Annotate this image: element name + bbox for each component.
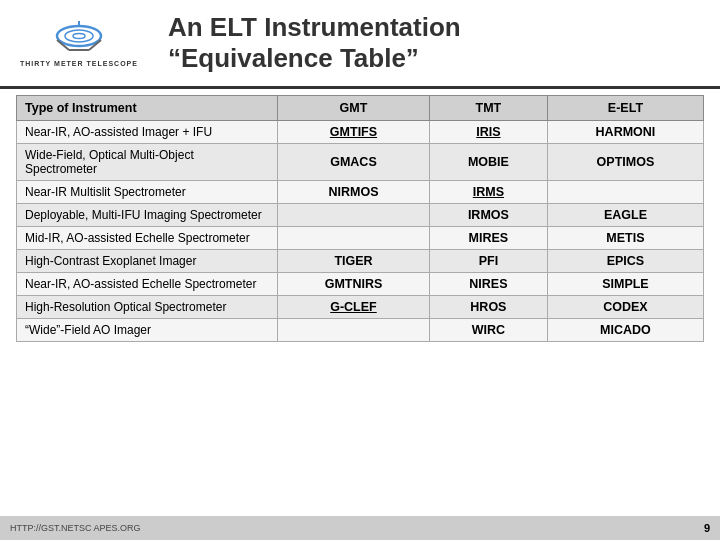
cell-tmt: IRMOS (429, 204, 547, 227)
cell-eelt: CODEX (547, 296, 703, 319)
cell-tmt: HROS (429, 296, 547, 319)
cell-tmt: MOBIE (429, 144, 547, 181)
cell-eelt: METIS (547, 227, 703, 250)
cell-tmt: IRIS (429, 121, 547, 144)
cell-eelt: EAGLE (547, 204, 703, 227)
cell-gmt: NIRMOS (278, 181, 430, 204)
cell-tmt: IRMS (429, 181, 547, 204)
logo-area: THIRTY METER TELESCOPE (20, 20, 138, 67)
cell-instrument: Mid-IR, AO-assisted Echelle Spectrometer (17, 227, 278, 250)
cell-instrument: Wide-Field, Optical Multi-Object Spectro… (17, 144, 278, 181)
cell-gmt (278, 204, 430, 227)
table-row: High-Resolution Optical SpectrometerG-CL… (17, 296, 704, 319)
svg-point-1 (65, 30, 93, 42)
table-row: Near-IR Multislit SpectrometerNIRMOSIRMS (17, 181, 704, 204)
cell-gmt: GMACS (278, 144, 430, 181)
table-row: Mid-IR, AO-assisted Echelle Spectrometer… (17, 227, 704, 250)
col-header-instrument: Type of Instrument (17, 96, 278, 121)
col-header-gmt: GMT (278, 96, 430, 121)
tmt-logo-icon (53, 20, 105, 58)
cell-instrument: High-Resolution Optical Spectrometer (17, 296, 278, 319)
cell-tmt: PFI (429, 250, 547, 273)
footer-url: HTTP://GST.NETSC APES.ORG (10, 523, 141, 533)
cell-eelt: MICADO (547, 319, 703, 342)
cell-gmt (278, 319, 430, 342)
svg-point-0 (57, 26, 101, 46)
table-row: Deployable, Multi-IFU Imaging Spectromet… (17, 204, 704, 227)
cell-eelt: OPTIMOS (547, 144, 703, 181)
cell-tmt: WIRC (429, 319, 547, 342)
footer-bar: HTTP://GST.NETSC APES.ORG 9 (0, 516, 720, 540)
cell-gmt: GMTIFS (278, 121, 430, 144)
col-header-eelt: E-ELT (547, 96, 703, 121)
cell-eelt (547, 181, 703, 204)
title-divider (0, 86, 720, 89)
table-row: Near-IR, AO-assisted Echelle Spectromete… (17, 273, 704, 296)
cell-instrument: Near-IR Multislit Spectrometer (17, 181, 278, 204)
cell-instrument: Near-IR, AO-assisted Imager + IFU (17, 121, 278, 144)
logo-text: THIRTY METER TELESCOPE (20, 60, 138, 67)
cell-instrument: High-Contrast Exoplanet Imager (17, 250, 278, 273)
equivalence-table: Type of Instrument GMT TMT E-ELT Near-IR… (16, 95, 704, 342)
table-container: Type of Instrument GMT TMT E-ELT Near-IR… (0, 95, 720, 342)
svg-point-2 (73, 33, 85, 38)
cell-gmt (278, 227, 430, 250)
cell-instrument: Deployable, Multi-IFU Imaging Spectromet… (17, 204, 278, 227)
table-row: High-Contrast Exoplanet ImagerTIGERPFIEP… (17, 250, 704, 273)
cell-gmt: GMTNIRS (278, 273, 430, 296)
table-header-row: Type of Instrument GMT TMT E-ELT (17, 96, 704, 121)
cell-instrument: Near-IR, AO-assisted Echelle Spectromete… (17, 273, 278, 296)
table-row: Near-IR, AO-assisted Imager + IFUGMTIFSI… (17, 121, 704, 144)
cell-tmt: MIRES (429, 227, 547, 250)
table-row: Wide-Field, Optical Multi-Object Spectro… (17, 144, 704, 181)
cell-instrument: “Wide”-Field AO Imager (17, 319, 278, 342)
cell-eelt: EPICS (547, 250, 703, 273)
cell-eelt: SIMPLE (547, 273, 703, 296)
cell-gmt: G-CLEF (278, 296, 430, 319)
cell-tmt: NIRES (429, 273, 547, 296)
footer-page: 9 (704, 522, 710, 534)
col-header-tmt: TMT (429, 96, 547, 121)
cell-gmt: TIGER (278, 250, 430, 273)
title-area: An ELT Instrumentation “Equivalence Tabl… (168, 12, 700, 74)
table-row: “Wide”-Field AO ImagerWIRCMICADO (17, 319, 704, 342)
cell-eelt: HARMONI (547, 121, 703, 144)
header: THIRTY METER TELESCOPE An ELT Instrument… (0, 0, 720, 82)
page-title: An ELT Instrumentation “Equivalence Tabl… (168, 12, 700, 74)
